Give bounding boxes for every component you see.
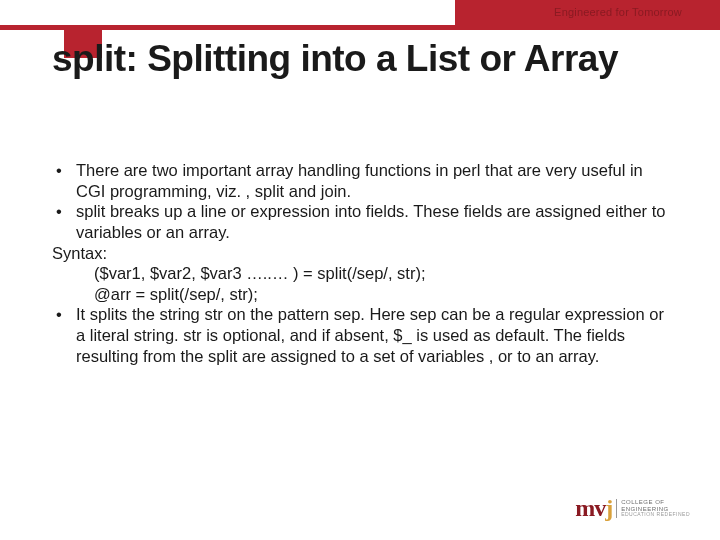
syntax-line: ($var1, $var2, $var3 …..… ) = split(/sep…	[94, 263, 672, 284]
bullet-item: • There are two important array handling…	[52, 160, 672, 201]
logo-line: COLLEGE OF	[621, 499, 690, 506]
logo-letter-v: v	[594, 495, 605, 521]
syntax-line: @arr = split(/sep/, str);	[94, 284, 672, 305]
bullet-dot: •	[52, 304, 76, 366]
bullet-text: It splits the string str on the pattern …	[76, 304, 672, 366]
logo-line: EDUCATION REDEFINED	[621, 512, 690, 518]
footer-logo: mvj COLLEGE OF ENGINEERING EDUCATION RED…	[575, 495, 690, 522]
logo-mark: mvj	[575, 495, 612, 522]
syntax-label: Syntax:	[52, 243, 672, 264]
bullet-text: split breaks up a line or expression int…	[76, 201, 672, 242]
tagline-text: Engineered for Tomorrow	[554, 6, 682, 18]
bullet-dot: •	[52, 160, 76, 201]
logo-letter-m: m	[575, 495, 594, 521]
slide-title: split: Splitting into a List or Array	[52, 38, 618, 80]
bullet-text: There are two important array handling f…	[76, 160, 672, 201]
bullet-item: • split breaks up a line or expression i…	[52, 201, 672, 242]
bullet-dot: •	[52, 201, 76, 242]
bullet-item: • It splits the string str on the patter…	[52, 304, 672, 366]
logo-text-block: COLLEGE OF ENGINEERING EDUCATION REDEFIN…	[616, 499, 690, 518]
header-white-overlay	[0, 0, 455, 25]
content-body: • There are two important array handling…	[52, 160, 672, 366]
logo-letter-j: j	[605, 495, 612, 521]
